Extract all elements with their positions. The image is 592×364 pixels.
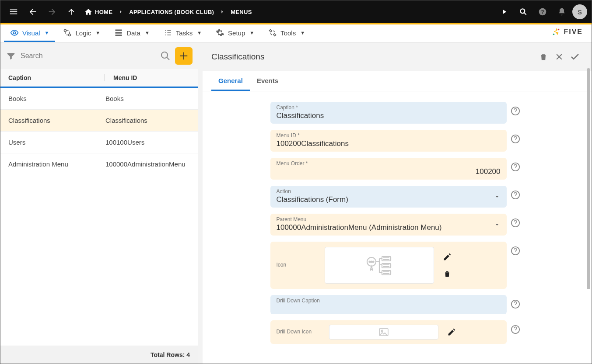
menu-order-field[interactable]: Menu Order * 100200 xyxy=(270,158,507,180)
detail-scrollbar[interactable] xyxy=(587,68,590,289)
icon-delete-button[interactable] xyxy=(443,270,451,278)
tab-events[interactable]: Events xyxy=(250,71,285,91)
caption-field[interactable]: Caption * Classifications xyxy=(270,102,507,124)
svg-point-5 xyxy=(69,34,71,36)
data-icon xyxy=(114,28,123,37)
top-app-bar: HOME APPLICATIONS (BOOK CLUB) MENUS ? S xyxy=(0,0,592,23)
save-button[interactable] xyxy=(567,49,583,65)
breadcrumb-menus[interactable]: MENUS xyxy=(228,9,254,15)
svg-point-24 xyxy=(381,330,383,332)
list-footer: Total Rows: 4 xyxy=(0,346,198,364)
back-icon[interactable] xyxy=(24,3,42,21)
list-header: Caption Menu ID xyxy=(0,69,198,88)
add-button[interactable] xyxy=(175,47,193,65)
content: Caption Menu ID Books Books Classificati… xyxy=(0,43,592,364)
eye-icon xyxy=(10,28,19,37)
breadcrumb: HOME APPLICATIONS (BOOK CLUB) MENUS xyxy=(82,8,255,16)
list-panel: Caption Menu ID Books Books Classificati… xyxy=(0,43,198,364)
search-bar xyxy=(0,43,198,69)
search-top-icon[interactable] xyxy=(515,3,532,21)
drill-down-icon-edit-button[interactable] xyxy=(447,328,456,336)
form-area: Caption * Classifications Menu ID * 1002… xyxy=(203,91,592,364)
help-icon[interactable]: ? xyxy=(534,3,551,21)
brand-logo: FIVE xyxy=(551,27,583,37)
help-drill-down-icon[interactable] xyxy=(507,320,524,344)
parent-menu-field[interactable]: Parent Menu 100000AdministrationMenu (Ad… xyxy=(270,214,507,236)
help-menu-order[interactable] xyxy=(507,158,524,180)
breadcrumb-sep xyxy=(219,9,225,15)
detail-title: Classifications xyxy=(211,52,536,62)
delete-button[interactable] xyxy=(536,49,551,65)
column-menu-id[interactable]: Menu ID xyxy=(105,74,190,81)
column-caption[interactable]: Caption xyxy=(8,74,105,81)
menubar: Visual▼ Logic▼ Data▼ Tasks▼ Setup▼ Tools… xyxy=(0,24,592,43)
list-row[interactable]: Classifications Classifications xyxy=(0,110,198,132)
breadcrumb-sep xyxy=(118,9,124,15)
svg-point-15 xyxy=(369,261,370,263)
tab-general[interactable]: General xyxy=(211,71,250,91)
help-icon-field[interactable] xyxy=(507,242,524,289)
action-field[interactable]: Action Classifications (Form) xyxy=(270,186,507,208)
drill-down-caption-field[interactable]: Drill Down Caption xyxy=(270,295,507,314)
classification-icon xyxy=(362,252,397,278)
svg-point-4 xyxy=(64,30,67,32)
tools-icon xyxy=(268,28,277,37)
chevron-down-icon[interactable] xyxy=(494,221,501,228)
run-icon[interactable] xyxy=(495,3,513,21)
svg-point-0 xyxy=(520,9,525,13)
image-placeholder-icon xyxy=(379,328,389,336)
detail-header: Classifications xyxy=(203,43,592,71)
icon-preview xyxy=(325,247,434,284)
menu-icon[interactable] xyxy=(5,3,22,21)
gear-icon xyxy=(216,28,224,37)
icon-edit-button[interactable] xyxy=(443,253,452,261)
close-button[interactable] xyxy=(551,49,567,65)
up-icon[interactable] xyxy=(63,3,80,21)
list-row[interactable]: Books Books xyxy=(0,88,198,110)
drill-down-icon-preview xyxy=(329,325,438,340)
tasks-icon xyxy=(164,28,172,37)
menu-data[interactable]: Data▼ xyxy=(108,25,156,42)
help-parent-menu[interactable] xyxy=(507,214,524,236)
svg-point-7 xyxy=(553,34,555,35)
menu-tools[interactable]: Tools▼ xyxy=(262,25,311,42)
list-row[interactable]: Administration Menu 100000Administration… xyxy=(0,153,198,175)
detail-tabs: General Events xyxy=(203,71,592,91)
chevron-down-icon[interactable] xyxy=(494,193,501,200)
breadcrumb-home[interactable]: HOME xyxy=(82,8,115,16)
icon-field: Icon xyxy=(270,242,507,289)
home-icon xyxy=(84,8,92,16)
svg-rect-19 xyxy=(382,263,391,268)
filter-icon[interactable] xyxy=(6,51,16,61)
plus-icon xyxy=(179,51,189,61)
drill-down-icon-field: Drill Down Icon xyxy=(270,320,507,344)
svg-point-17 xyxy=(372,261,374,263)
search-icon[interactable] xyxy=(160,51,171,61)
svg-point-3 xyxy=(14,32,16,34)
logic-icon xyxy=(63,28,72,37)
breadcrumb-applications[interactable]: APPLICATIONS (BOOK CLUB) xyxy=(126,9,217,15)
svg-point-8 xyxy=(161,52,168,58)
list-body: Books Books Classifications Classificati… xyxy=(0,88,198,346)
menu-tasks[interactable]: Tasks▼ xyxy=(158,25,208,42)
menu-logic[interactable]: Logic▼ xyxy=(57,25,106,42)
svg-point-6 xyxy=(558,29,560,31)
search-input[interactable] xyxy=(21,52,156,60)
brand-icon xyxy=(551,27,561,37)
avatar[interactable]: S xyxy=(572,4,587,19)
notifications-icon[interactable] xyxy=(553,3,571,21)
help-drill-down-caption[interactable] xyxy=(507,295,524,314)
menu-id-field[interactable]: Menu ID * 100200Classifications xyxy=(270,130,507,152)
svg-rect-18 xyxy=(382,257,391,261)
list-row[interactable]: Users 100100Users xyxy=(0,132,198,153)
svg-rect-20 xyxy=(382,270,391,275)
forward-icon xyxy=(43,3,61,21)
help-menu-id[interactable] xyxy=(507,130,524,152)
menu-visual[interactable]: Visual▼ xyxy=(4,25,55,42)
detail-panel: Classifications General Events Caption *… xyxy=(203,43,592,364)
svg-point-16 xyxy=(371,261,372,263)
help-caption[interactable] xyxy=(507,102,524,124)
help-action[interactable] xyxy=(507,186,524,208)
menu-setup[interactable]: Setup▼ xyxy=(210,25,260,42)
svg-text:?: ? xyxy=(541,9,544,14)
